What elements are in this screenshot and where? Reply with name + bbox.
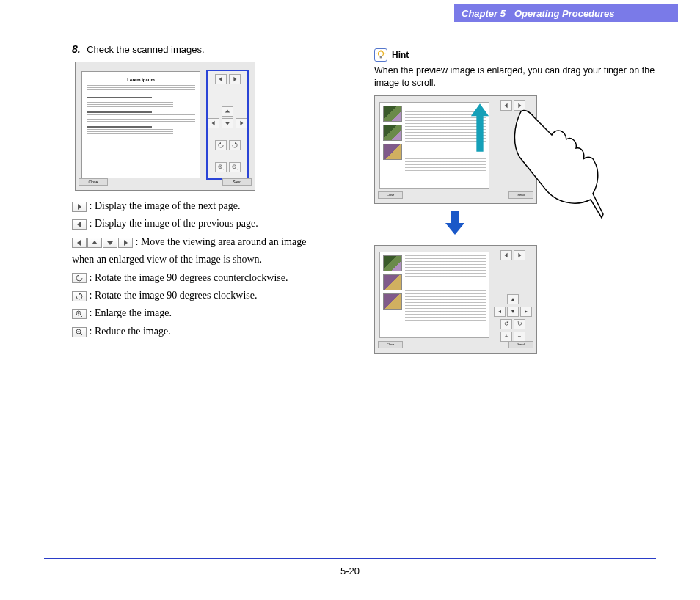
close-button[interactable]: Close bbox=[378, 341, 403, 348]
step-text: Check the scanned images. bbox=[87, 44, 204, 55]
legend-rotcw-text: : Rotate the image 90 degrees clockwise. bbox=[90, 290, 258, 301]
prev-page-button[interactable] bbox=[500, 250, 512, 260]
footer-rule bbox=[44, 558, 656, 560]
thumb-image bbox=[383, 255, 402, 271]
legend-move: : Move the viewing area around an image bbox=[72, 234, 329, 250]
page-number: 5-20 bbox=[0, 566, 700, 577]
pan-right-button[interactable] bbox=[236, 118, 247, 128]
preview-bottom-bar: Close Send bbox=[378, 341, 533, 350]
step-line: 8. Check the scanned images. bbox=[72, 43, 329, 56]
prev-icon bbox=[72, 219, 87, 230]
rotate-cw-button[interactable] bbox=[229, 140, 241, 150]
legend-rotccw: : Rotate the image 90 degrees counterclo… bbox=[72, 270, 329, 286]
preview-controls: ▴ ◂▾▸ ↺↻ +− bbox=[494, 250, 532, 342]
pan-left-button[interactable]: ◂ bbox=[494, 307, 506, 317]
pan-right-button[interactable]: ▸ bbox=[520, 307, 532, 317]
pan-down-icon bbox=[103, 238, 117, 248]
doc-title: Lorem ipsum bbox=[87, 78, 195, 82]
chapter-header: Chapter 5 Operating Procedures bbox=[454, 4, 678, 22]
legend-enlarge: : Enlarge the image. bbox=[72, 305, 329, 321]
thumb-image bbox=[383, 274, 402, 290]
next-page-button[interactable] bbox=[229, 74, 241, 84]
thumb-image bbox=[383, 293, 402, 310]
svg-line-8 bbox=[80, 315, 82, 317]
zoom-in-icon bbox=[72, 309, 87, 319]
rotate-cw-icon bbox=[72, 291, 87, 301]
send-button[interactable]: Send bbox=[508, 341, 533, 348]
thumb-image bbox=[383, 125, 402, 141]
pan-down-button[interactable]: ▾ bbox=[507, 307, 519, 317]
hand-drag-icon bbox=[506, 104, 605, 222]
legend-enlarge-text: : Enlarge the image. bbox=[90, 307, 172, 318]
hint-icon bbox=[374, 48, 387, 62]
thumb-image bbox=[383, 106, 402, 122]
scanner-bottom-bar: Close Send bbox=[79, 178, 252, 187]
chapter-number: Chapter 5 bbox=[462, 8, 506, 19]
svg-point-14 bbox=[379, 51, 384, 56]
zoom-in-button[interactable]: + bbox=[500, 332, 512, 342]
zoom-out-button[interactable]: − bbox=[514, 332, 525, 342]
legend-prev: : Display the image of the previous page… bbox=[72, 216, 329, 232]
prev-page-button[interactable] bbox=[215, 74, 227, 84]
scanner-screenshot: Lorem ipsum bbox=[75, 62, 255, 191]
close-button[interactable]: Close bbox=[79, 178, 108, 186]
preview-doc bbox=[379, 252, 489, 338]
zoom-in-button[interactable] bbox=[215, 162, 227, 172]
legend-rotccw-text: : Rotate the image 90 degrees counterclo… bbox=[90, 272, 288, 283]
hint-text: When the preview image is enlarged, you … bbox=[374, 65, 668, 89]
legend-prev-text: : Display the image of the previous page… bbox=[90, 218, 258, 229]
button-legend: : Display the image of the next page. : … bbox=[72, 198, 329, 340]
rotate-ccw-button[interactable] bbox=[215, 140, 227, 150]
zoom-out-button[interactable] bbox=[229, 162, 241, 172]
pan-up-icon bbox=[87, 238, 102, 248]
pan-right-icon bbox=[118, 238, 133, 248]
svg-line-1 bbox=[221, 168, 222, 169]
arrow-up-icon bbox=[470, 103, 490, 153]
legend-reduce: : Reduce the image. bbox=[72, 323, 329, 340]
pan-left-button[interactable] bbox=[208, 118, 219, 128]
legend-rotcw: : Rotate the image 90 degrees clockwise. bbox=[72, 288, 329, 304]
svg-line-12 bbox=[80, 333, 82, 335]
legend-move-cont: when an enlarged view of the image is sh… bbox=[72, 252, 329, 268]
pan-left-icon bbox=[72, 238, 87, 248]
chapter-title: Operating Procedures bbox=[514, 8, 615, 19]
rotate-cw-button[interactable]: ↻ bbox=[514, 319, 525, 329]
control-panel-highlighted bbox=[206, 70, 249, 180]
svg-line-5 bbox=[235, 168, 236, 169]
legend-next: : Display the image of the next page. bbox=[72, 198, 329, 214]
zoom-out-icon bbox=[72, 327, 87, 337]
next-icon bbox=[72, 202, 87, 212]
document-preview: Lorem ipsum bbox=[81, 71, 200, 178]
legend-next-text: : Display the image of the next page. bbox=[90, 200, 241, 211]
thumb-image bbox=[383, 144, 402, 160]
rotate-ccw-icon bbox=[72, 273, 87, 283]
left-column: 8. Check the scanned images. Lorem ipsum bbox=[72, 43, 329, 341]
hint-header: Hint bbox=[374, 48, 668, 62]
rotate-ccw-button[interactable]: ↺ bbox=[500, 319, 512, 329]
preview-scrolled: ▴ ◂▾▸ ↺↻ +− Close Send bbox=[374, 245, 537, 354]
hint-label: Hint bbox=[392, 50, 409, 60]
pan-down-button[interactable] bbox=[222, 118, 233, 128]
legend-move-text: : Move the viewing area around an image bbox=[136, 236, 307, 247]
send-button[interactable]: Send bbox=[222, 178, 252, 186]
svg-rect-15 bbox=[380, 56, 382, 59]
pan-up-button[interactable]: ▴ bbox=[507, 294, 519, 304]
next-page-button[interactable] bbox=[514, 250, 525, 260]
close-button[interactable]: Close bbox=[378, 191, 403, 199]
step-number: 8. bbox=[72, 43, 81, 55]
legend-reduce-text: : Reduce the image. bbox=[90, 326, 171, 337]
pan-up-button[interactable] bbox=[222, 106, 233, 117]
